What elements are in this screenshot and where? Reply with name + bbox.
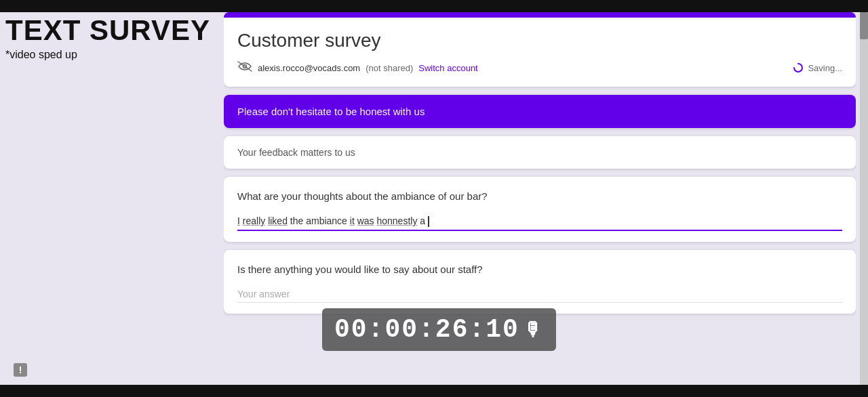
header-body: Customer survey alexis.rocco@vocads.com …: [224, 18, 856, 87]
word-i: I: [237, 215, 240, 226]
account-left: alexis.rocco@vocads.com (not shared) Swi…: [237, 61, 478, 75]
saving-area: Saving...: [793, 62, 842, 73]
question-card-1: What are your thoughts about the ambianc…: [224, 177, 856, 242]
word-honnestly: honnestly: [376, 215, 417, 226]
answer-placeholder-2[interactable]: Your answer: [237, 286, 842, 303]
account-row: alexis.rocco@vocads.com (not shared) Swi…: [237, 61, 842, 79]
timer-display: 00:00:26:10: [334, 315, 519, 344]
switch-account-link[interactable]: Switch account: [418, 63, 477, 73]
overlay-title: TEXT SURVEY: [5, 15, 210, 46]
answer-area-1[interactable]: I really liked the ambiance it was honne…: [237, 213, 842, 231]
header-card: Customer survey alexis.rocco@vocads.com …: [224, 12, 856, 87]
svg-text:!: !: [19, 364, 22, 375]
header-purple-bar: [224, 12, 856, 18]
bottom-info-icon[interactable]: !: [12, 362, 28, 378]
space6: a: [420, 215, 425, 226]
description-card: Your feedback matters to us: [224, 136, 856, 169]
answer-text-1: I really liked the ambiance it was honne…: [237, 215, 429, 226]
word-it: it: [350, 215, 355, 226]
eye-crossed-icon: [237, 61, 252, 75]
question-card-2: Is there anything you would like to say …: [224, 250, 856, 314]
question-text-1: What are your thoughts about the ambianc…: [237, 190, 842, 202]
account-email: alexis.rocco@vocads.com: [258, 63, 360, 73]
scrollbar[interactable]: [860, 12, 868, 385]
timer-overlay: 00:00:26:10 🎙: [322, 308, 556, 351]
word-liked: liked: [268, 215, 288, 226]
description-text: Your feedback matters to us: [237, 147, 355, 158]
purple-section: Please don't hesitate to be honest with …: [224, 95, 856, 128]
space3: the ambiance: [290, 215, 350, 226]
scrollbar-thumb[interactable]: [860, 12, 868, 39]
saving-label: Saving...: [808, 63, 842, 73]
question-text-2: Is there anything you would like to say …: [237, 264, 842, 275]
text-cursor: [428, 216, 429, 227]
timer-icon: 🎙: [524, 318, 544, 341]
black-bar-bottom: [0, 385, 868, 397]
survey-title: Customer survey: [237, 30, 842, 51]
word-was: was: [357, 215, 374, 226]
overlay-subtitle: *video sped up: [5, 49, 210, 61]
word-really: really: [243, 215, 265, 226]
account-shared: (not shared): [366, 63, 413, 73]
black-bar-top: [0, 0, 868, 12]
overlay-text: TEXT SURVEY *video sped up: [5, 15, 210, 61]
timer-text: 00:00:26:10 🎙: [334, 315, 544, 344]
saving-spinner-icon: [793, 62, 804, 73]
purple-section-text: Please don't hesitate to be honest with …: [237, 106, 842, 117]
